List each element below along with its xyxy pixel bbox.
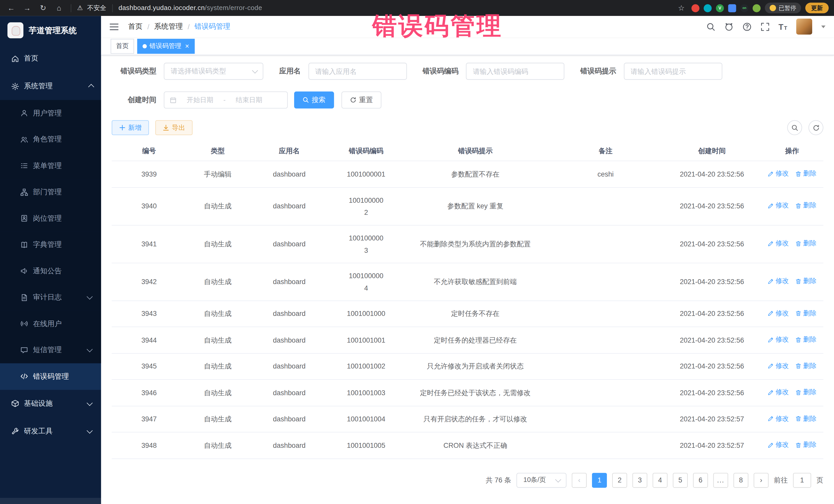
sidebar-item-menus[interactable]: 菜单管理 <box>0 153 101 179</box>
extension-icon[interactable] <box>704 4 711 12</box>
extension-icon[interactable] <box>692 4 700 12</box>
sidebar-item-audit-logs[interactable]: 审计日志 <box>0 284 101 311</box>
user-avatar[interactable] <box>796 19 812 35</box>
font-size-icon[interactable]: TT <box>778 23 787 30</box>
address-bar[interactable]: dashboard.yudao.iocoder.cn/system/error-… <box>118 4 262 12</box>
sidebar-item-online-users[interactable]: 在线用户 <box>0 310 101 337</box>
sidebar-item-sms[interactable]: 短信管理 <box>0 337 101 364</box>
delete-link[interactable]: 删除 <box>795 412 816 425</box>
cell-time: 2021-04-20 23:52:56 <box>663 353 761 379</box>
back-icon[interactable]: ← <box>5 2 17 14</box>
prev-page-button[interactable]: ‹ <box>572 473 587 487</box>
end-date-input[interactable] <box>229 96 269 104</box>
page-button-2[interactable]: 2 <box>612 473 627 487</box>
cell-message: 只有开启状态的任务，才可以修改 <box>403 406 548 432</box>
sidebar-item-posts[interactable]: 岗位管理 <box>0 205 101 232</box>
goto-page-input[interactable] <box>793 473 811 487</box>
page-button-8[interactable]: 8 <box>733 473 748 487</box>
toggle-search-button[interactable] <box>787 120 802 135</box>
error-hint-input[interactable] <box>623 63 722 80</box>
sidebar-item-notices[interactable]: 通知公告 <box>0 258 101 284</box>
page-size-select[interactable]: 10条/页 <box>517 473 567 487</box>
edit-link[interactable]: 修改 <box>768 200 789 212</box>
next-page-button[interactable]: › <box>754 473 769 487</box>
update-button[interactable]: 更新 <box>805 3 829 13</box>
tab-error-code[interactable]: 错误码管理 × <box>137 39 195 53</box>
edit-link[interactable]: 修改 <box>768 168 789 180</box>
sidebar-item-roles[interactable]: 角色管理 <box>0 126 101 153</box>
tab-home[interactable]: 首页 <box>111 39 134 53</box>
delete-link[interactable]: 删除 <box>795 200 816 212</box>
sidebar-item-system[interactable]: 系统管理 <box>0 72 101 100</box>
github-icon[interactable] <box>724 22 733 31</box>
cell-remark <box>548 379 663 406</box>
sidebar-item-dicts[interactable]: 字典管理 <box>0 232 101 258</box>
export-button[interactable]: 导出 <box>155 120 193 135</box>
sidebar-item-infra[interactable]: 基础设施 <box>0 390 101 417</box>
breadcrumb-system[interactable]: 系统管理 <box>154 22 183 31</box>
delete-link[interactable]: 删除 <box>795 307 816 320</box>
error-code-input[interactable] <box>466 63 564 80</box>
extension-icon[interactable]: on <box>740 4 748 12</box>
page-button-5[interactable]: 5 <box>673 473 688 487</box>
breadcrumb-home[interactable]: 首页 <box>128 22 143 31</box>
page-button-6[interactable]: 6 <box>693 473 708 487</box>
delete-link[interactable]: 删除 <box>795 360 816 372</box>
paused-badge[interactable]: 已暂停 <box>765 3 801 13</box>
cell-actions: 修改删除 <box>761 161 823 187</box>
refresh-table-button[interactable] <box>809 120 824 135</box>
close-tab-icon[interactable]: × <box>185 43 189 49</box>
extension-icon[interactable] <box>753 4 761 12</box>
page-button-1[interactable]: 1 <box>592 473 607 487</box>
reset-button[interactable]: 重置 <box>342 92 381 109</box>
add-button[interactable]: 新增 <box>112 120 149 135</box>
cell-code: 100100000 2 <box>329 187 403 225</box>
search-icon[interactable] <box>706 22 715 31</box>
hamburger-icon[interactable] <box>110 23 118 30</box>
edit-link[interactable]: 修改 <box>768 412 789 425</box>
search-button[interactable]: 搜索 <box>294 92 334 109</box>
delete-link[interactable]: 删除 <box>795 237 816 250</box>
extension-icon[interactable] <box>728 4 736 12</box>
sidebar-item-dev-tools[interactable]: 研发工具 <box>0 417 101 445</box>
edit-link[interactable]: 修改 <box>768 334 789 346</box>
error-type-select[interactable]: 请选择错误码类型 <box>164 63 263 80</box>
browser-home-icon[interactable]: ⌂ <box>53 2 65 14</box>
trash-icon <box>795 442 802 448</box>
chevron-down-icon[interactable] <box>821 25 826 28</box>
delete-link[interactable]: 删除 <box>795 386 816 398</box>
more-pages-button[interactable]: ... <box>713 473 728 487</box>
logo[interactable]: 芋道管理系统 <box>0 16 101 45</box>
edit-link[interactable]: 修改 <box>768 386 789 398</box>
edit-link[interactable]: 修改 <box>768 307 789 320</box>
sidebar-item-error-codes[interactable]: 错误码管理 <box>0 364 101 390</box>
delete-link[interactable]: 删除 <box>795 168 816 180</box>
page-button-3[interactable]: 3 <box>632 473 647 487</box>
app-name-input[interactable] <box>308 63 407 80</box>
sidebar-collapse-bar[interactable] <box>0 498 101 504</box>
cell-code: 1001001003 <box>329 379 403 406</box>
edit-link[interactable]: 修改 <box>768 439 789 451</box>
start-date-input[interactable] <box>180 96 220 104</box>
delete-link[interactable]: 删除 <box>795 334 816 346</box>
bookmark-star-icon[interactable]: ☆ <box>675 2 687 14</box>
edit-link[interactable]: 修改 <box>768 237 789 250</box>
help-icon[interactable] <box>742 22 751 31</box>
date-range-picker[interactable]: - <box>164 92 288 109</box>
chevron-down-icon <box>87 427 93 433</box>
delete-link[interactable]: 删除 <box>795 439 816 451</box>
security-label[interactable]: 不安全 <box>87 3 106 12</box>
active-dot-icon <box>142 44 147 48</box>
extension-icon[interactable]: V <box>716 4 724 12</box>
page-button-4[interactable]: 4 <box>653 473 667 487</box>
edit-link[interactable]: 修改 <box>768 360 789 372</box>
reload-icon[interactable]: ↻ <box>37 2 49 14</box>
sidebar-item-users[interactable]: 用户管理 <box>0 100 101 127</box>
fullscreen-icon[interactable] <box>760 22 769 31</box>
sidebar-item-home[interactable]: 首页 <box>0 45 101 72</box>
edit-link[interactable]: 修改 <box>768 275 789 287</box>
delete-link[interactable]: 删除 <box>795 275 816 287</box>
forward-icon[interactable]: → <box>21 2 33 14</box>
sidebar-item-depts[interactable]: 部门管理 <box>0 179 101 205</box>
home-icon <box>10 54 19 62</box>
